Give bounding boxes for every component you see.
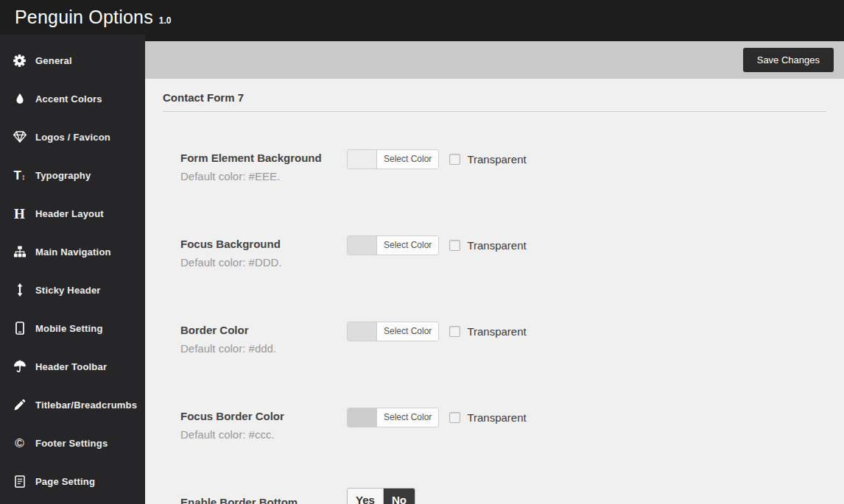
app-title: Penguin Options bbox=[15, 7, 153, 28]
select-color-button[interactable]: Select Color bbox=[376, 322, 438, 341]
app-header: Penguin Options 1.0 bbox=[0, 0, 844, 35]
gem-icon bbox=[10, 129, 29, 144]
text-height-icon: T↕ bbox=[10, 168, 29, 182]
sidebar-item-label: General bbox=[35, 55, 72, 66]
top-toolbar: Save Changes bbox=[145, 41, 844, 79]
setting-label: Focus Border Color bbox=[180, 410, 347, 422]
setting-default-color: Default color: #EEE. bbox=[180, 170, 347, 182]
select-color-button[interactable]: Select Color bbox=[376, 408, 438, 427]
setting-row-enable-border-bottom: Enable Border Bottom Yes No bbox=[180, 496, 826, 504]
sidebar-item-mobile-setting[interactable]: Mobile Setting bbox=[0, 309, 145, 347]
setting-label: Enable Border Bottom bbox=[180, 496, 347, 504]
setting-label: Border Color bbox=[180, 324, 347, 336]
document-icon bbox=[10, 474, 29, 489]
gear-icon bbox=[10, 53, 29, 68]
toggle-yes-button[interactable]: Yes bbox=[348, 489, 384, 504]
sidebar-item-label: Sticky Header bbox=[35, 285, 101, 296]
transparent-label: Transparent bbox=[467, 239, 526, 252]
color-swatch bbox=[348, 150, 376, 168]
sidebar-item-header-layout[interactable]: H Header Layout bbox=[0, 194, 145, 233]
select-color-button[interactable]: Select Color bbox=[376, 236, 438, 255]
sidebar-item-typography[interactable]: T↕ Typography bbox=[0, 156, 145, 194]
transparent-label: Transparent bbox=[467, 325, 526, 338]
sidebar-item-label: Typography bbox=[35, 170, 91, 181]
sidebar-item-footer-settings[interactable]: © Footer Settings bbox=[0, 424, 145, 462]
yes-no-toggle: Yes No bbox=[347, 488, 415, 504]
sidebar: General Accent Colors Logos / Favicon T↕… bbox=[0, 35, 145, 504]
setting-default-color: Default color: #ddd. bbox=[180, 342, 347, 355]
pencil-icon bbox=[10, 397, 29, 412]
color-swatch bbox=[348, 322, 376, 341]
sidebar-item-label: Header Layout bbox=[35, 208, 104, 219]
toggle-no-button[interactable]: No bbox=[384, 489, 415, 504]
sidebar-item-header-toolbar[interactable]: Header Toolbar bbox=[0, 347, 145, 386]
settings-content: Contact Form 7 Form Element Background D… bbox=[145, 79, 844, 504]
sidebar-item-sticky-header[interactable]: Sticky Header bbox=[0, 271, 145, 309]
sidebar-item-label: Main Navigation bbox=[35, 246, 111, 258]
transparent-label: Transparent bbox=[467, 411, 526, 424]
setting-row-border-color: Border Color Default color: #ddd. Select… bbox=[180, 324, 826, 410]
sidebar-item-label: Footer Settings bbox=[35, 438, 108, 449]
transparent-checkbox[interactable] bbox=[449, 240, 460, 251]
copyright-icon: © bbox=[10, 436, 29, 450]
color-picker[interactable]: Select Color bbox=[347, 235, 439, 255]
sidebar-item-label: Header Toolbar bbox=[35, 361, 107, 372]
droplet-icon bbox=[10, 91, 29, 106]
select-color-button[interactable]: Select Color bbox=[376, 150, 438, 168]
arrows-vertical-icon bbox=[10, 283, 29, 297]
sitemap-icon bbox=[10, 244, 29, 259]
color-picker[interactable]: Select Color bbox=[347, 149, 439, 169]
color-picker[interactable]: Select Color bbox=[347, 322, 439, 341]
settings-rows: Form Element Background Default color: #… bbox=[163, 112, 826, 504]
setting-label: Focus Background bbox=[180, 238, 347, 250]
sidebar-item-titlebar-breadcrumbs[interactable]: Titlebar/Breadcrumbs bbox=[0, 386, 145, 424]
sidebar-item-logos-favicon[interactable]: Logos / Favicon bbox=[0, 118, 145, 156]
sidebar-item-label: Mobile Setting bbox=[35, 323, 103, 334]
section-title: Contact Form 7 bbox=[163, 79, 826, 112]
sidebar-item-label: Logos / Favicon bbox=[35, 132, 110, 143]
sidebar-item-label: Page Setting bbox=[35, 476, 95, 487]
color-swatch bbox=[348, 408, 376, 427]
sidebar-item-label: Accent Colors bbox=[35, 93, 102, 104]
sidebar-item-page-setting[interactable]: Page Setting bbox=[0, 462, 145, 500]
transparent-checkbox[interactable] bbox=[449, 154, 460, 165]
header-h-icon: H bbox=[10, 206, 29, 221]
umbrella-icon bbox=[10, 359, 29, 374]
setting-default-color: Default color: #ccc. bbox=[180, 428, 347, 441]
transparent-label: Transparent bbox=[467, 153, 526, 166]
main-panel: Save Changes Contact Form 7 Form Element… bbox=[145, 35, 844, 504]
color-swatch bbox=[348, 236, 376, 255]
mobile-icon bbox=[10, 321, 29, 336]
transparent-checkbox[interactable] bbox=[449, 326, 460, 337]
setting-row-focus-background: Focus Background Default color: #DDD. Se… bbox=[180, 238, 826, 324]
setting-label: Form Element Background bbox=[180, 152, 347, 164]
sidebar-item-general[interactable]: General bbox=[0, 41, 145, 79]
setting-default-color: Default color: #DDD. bbox=[180, 256, 347, 269]
sidebar-item-accent-colors[interactable]: Accent Colors bbox=[0, 79, 145, 118]
app-version: 1.0 bbox=[159, 15, 172, 26]
save-changes-button[interactable]: Save Changes bbox=[743, 48, 834, 72]
sidebar-item-main-navigation[interactable]: Main Navigation bbox=[0, 233, 145, 271]
transparent-checkbox[interactable] bbox=[449, 412, 460, 423]
color-picker[interactable]: Select Color bbox=[347, 408, 439, 427]
sidebar-item-label: Titlebar/Breadcrumbs bbox=[35, 400, 137, 411]
setting-row-focus-border-color: Focus Border Color Default color: #ccc. … bbox=[180, 410, 826, 496]
setting-row-form-element-background: Form Element Background Default color: #… bbox=[180, 152, 826, 238]
